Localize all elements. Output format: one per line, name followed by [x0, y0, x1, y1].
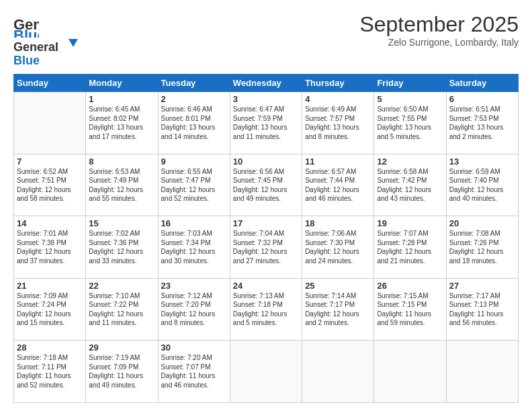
day-info: Sunrise: 7:04 AM Sunset: 7:32 PM Dayligh… — [233, 229, 299, 265]
day-cell: 17Sunrise: 7:04 AM Sunset: 7:32 PM Dayli… — [230, 216, 302, 279]
day-cell — [374, 340, 446, 403]
day-info: Sunrise: 7:14 AM Sunset: 7:17 PM Dayligh… — [305, 291, 371, 328]
day-cell: 19Sunrise: 7:07 AM Sunset: 7:28 PM Dayli… — [374, 216, 446, 279]
logo-icon: General Blue — [13, 12, 39, 38]
month-title: September 2025 — [359, 12, 519, 37]
day-info: Sunrise: 6:46 AM Sunset: 8:01 PM Dayligh… — [161, 105, 227, 141]
day-cell: 24Sunrise: 7:13 AM Sunset: 7:18 PM Dayli… — [230, 278, 302, 340]
day-info: Sunrise: 7:17 AM Sunset: 7:13 PM Dayligh… — [449, 291, 515, 328]
day-number: 27 — [449, 281, 515, 291]
day-cell: 16Sunrise: 7:03 AM Sunset: 7:34 PM Dayli… — [158, 216, 230, 279]
day-number: 14 — [17, 218, 83, 228]
week-row-3: 14Sunrise: 7:01 AM Sunset: 7:38 PM Dayli… — [14, 216, 519, 279]
day-number: 9 — [161, 156, 227, 167]
weekday-header-saturday: Saturday — [446, 75, 518, 92]
day-info: Sunrise: 6:52 AM Sunset: 7:51 PM Dayligh… — [17, 167, 83, 203]
weekday-header-friday: Friday — [374, 75, 446, 92]
day-cell: 13Sunrise: 6:59 AM Sunset: 7:40 PM Dayli… — [446, 154, 518, 216]
day-cell — [14, 92, 86, 154]
location: Zelo Surrigone, Lombardy, Italy — [359, 37, 519, 48]
day-number: 5 — [377, 94, 443, 104]
day-number: 12 — [377, 156, 443, 167]
day-cell: 14Sunrise: 7:01 AM Sunset: 7:38 PM Dayli… — [14, 216, 86, 279]
svg-text:Blue: Blue — [13, 54, 40, 67]
day-info: Sunrise: 6:49 AM Sunset: 7:57 PM Dayligh… — [305, 105, 371, 141]
day-cell: 12Sunrise: 6:58 AM Sunset: 7:42 PM Dayli… — [374, 154, 446, 216]
day-info: Sunrise: 6:51 AM Sunset: 7:53 PM Dayligh… — [449, 105, 515, 141]
page: General Blue General Blue September 2025… — [0, 0, 532, 411]
weekday-header-tuesday: Tuesday — [158, 75, 230, 92]
day-cell: 5Sunrise: 6:50 AM Sunset: 7:55 PM Daylig… — [374, 92, 446, 154]
day-cell: 8Sunrise: 6:53 AM Sunset: 7:49 PM Daylig… — [86, 154, 158, 216]
logo: General Blue General Blue — [13, 12, 81, 67]
day-number: 18 — [305, 218, 371, 228]
day-cell: 28Sunrise: 7:18 AM Sunset: 7:11 PM Dayli… — [14, 340, 86, 403]
weekday-header-monday: Monday — [86, 75, 158, 92]
day-cell: 25Sunrise: 7:14 AM Sunset: 7:17 PM Dayli… — [302, 278, 374, 340]
day-info: Sunrise: 7:15 AM Sunset: 7:15 PM Dayligh… — [377, 291, 443, 328]
day-number: 28 — [17, 342, 83, 353]
day-number: 11 — [305, 156, 371, 167]
day-info: Sunrise: 7:02 AM Sunset: 7:36 PM Dayligh… — [89, 229, 154, 265]
day-cell: 23Sunrise: 7:12 AM Sunset: 7:20 PM Dayli… — [158, 278, 230, 340]
day-number: 7 — [17, 156, 83, 167]
day-info: Sunrise: 7:10 AM Sunset: 7:22 PM Dayligh… — [89, 291, 154, 328]
day-number: 3 — [233, 94, 299, 104]
day-cell: 29Sunrise: 7:19 AM Sunset: 7:09 PM Dayli… — [86, 340, 158, 403]
day-number: 23 — [161, 281, 227, 291]
day-cell — [302, 340, 374, 403]
day-number: 10 — [233, 156, 299, 167]
day-info: Sunrise: 7:09 AM Sunset: 7:24 PM Dayligh… — [17, 291, 83, 328]
day-info: Sunrise: 7:19 AM Sunset: 7:09 PM Dayligh… — [89, 353, 154, 390]
day-info: Sunrise: 7:06 AM Sunset: 7:30 PM Dayligh… — [305, 229, 371, 265]
day-number: 29 — [89, 342, 154, 353]
week-row-1: 1Sunrise: 6:45 AM Sunset: 8:02 PM Daylig… — [14, 92, 519, 154]
day-number: 26 — [377, 281, 443, 291]
day-cell — [230, 340, 302, 403]
header: General Blue General Blue September 2025… — [13, 12, 519, 67]
day-cell: 11Sunrise: 6:57 AM Sunset: 7:44 PM Dayli… — [302, 154, 374, 216]
day-number: 19 — [377, 218, 443, 228]
day-number: 15 — [89, 218, 154, 228]
day-number: 22 — [89, 281, 154, 291]
day-cell: 22Sunrise: 7:10 AM Sunset: 7:22 PM Dayli… — [86, 278, 158, 340]
svg-text:Blue: Blue — [13, 27, 39, 38]
weekday-header-wednesday: Wednesday — [230, 75, 302, 92]
week-row-4: 21Sunrise: 7:09 AM Sunset: 7:24 PM Dayli… — [14, 278, 519, 340]
day-info: Sunrise: 7:12 AM Sunset: 7:20 PM Dayligh… — [161, 291, 227, 328]
day-number: 16 — [161, 218, 227, 228]
week-row-2: 7Sunrise: 6:52 AM Sunset: 7:51 PM Daylig… — [14, 154, 519, 216]
day-number: 20 — [449, 218, 515, 228]
day-cell: 7Sunrise: 6:52 AM Sunset: 7:51 PM Daylig… — [14, 154, 86, 216]
day-info: Sunrise: 6:50 AM Sunset: 7:55 PM Dayligh… — [377, 105, 443, 141]
day-info: Sunrise: 7:07 AM Sunset: 7:28 PM Dayligh… — [377, 229, 443, 265]
day-info: Sunrise: 7:20 AM Sunset: 7:07 PM Dayligh… — [161, 353, 227, 390]
weekday-header-row: SundayMondayTuesdayWednesdayThursdayFrid… — [14, 75, 519, 92]
svg-marker-3 — [69, 39, 78, 47]
day-cell: 18Sunrise: 7:06 AM Sunset: 7:30 PM Dayli… — [302, 216, 374, 279]
day-cell: 2Sunrise: 6:46 AM Sunset: 8:01 PM Daylig… — [158, 92, 230, 154]
day-number: 2 — [161, 94, 227, 104]
weekday-header-sunday: Sunday — [14, 75, 86, 92]
day-cell: 27Sunrise: 7:17 AM Sunset: 7:13 PM Dayli… — [446, 278, 518, 340]
day-number: 1 — [89, 94, 154, 104]
day-cell: 6Sunrise: 6:51 AM Sunset: 7:53 PM Daylig… — [446, 92, 518, 154]
day-number: 25 — [305, 281, 371, 291]
day-cell: 4Sunrise: 6:49 AM Sunset: 7:57 PM Daylig… — [302, 92, 374, 154]
day-cell: 9Sunrise: 6:55 AM Sunset: 7:47 PM Daylig… — [158, 154, 230, 216]
day-info: Sunrise: 6:58 AM Sunset: 7:42 PM Dayligh… — [377, 167, 443, 203]
day-number: 30 — [161, 342, 227, 353]
day-info: Sunrise: 6:59 AM Sunset: 7:40 PM Dayligh… — [449, 167, 515, 203]
day-info: Sunrise: 6:53 AM Sunset: 7:49 PM Dayligh… — [89, 167, 154, 203]
day-cell: 1Sunrise: 6:45 AM Sunset: 8:02 PM Daylig… — [86, 92, 158, 154]
svg-text:General: General — [13, 40, 58, 54]
day-cell: 3Sunrise: 6:47 AM Sunset: 7:59 PM Daylig… — [230, 92, 302, 154]
weekday-header-thursday: Thursday — [302, 75, 374, 92]
day-number: 21 — [17, 281, 83, 291]
day-cell: 15Sunrise: 7:02 AM Sunset: 7:36 PM Dayli… — [86, 216, 158, 279]
day-info: Sunrise: 6:57 AM Sunset: 7:44 PM Dayligh… — [305, 167, 371, 203]
day-info: Sunrise: 7:13 AM Sunset: 7:18 PM Dayligh… — [233, 291, 299, 328]
day-number: 6 — [449, 94, 515, 104]
day-info: Sunrise: 7:08 AM Sunset: 7:26 PM Dayligh… — [449, 229, 515, 265]
day-info: Sunrise: 7:01 AM Sunset: 7:38 PM Dayligh… — [17, 229, 83, 265]
